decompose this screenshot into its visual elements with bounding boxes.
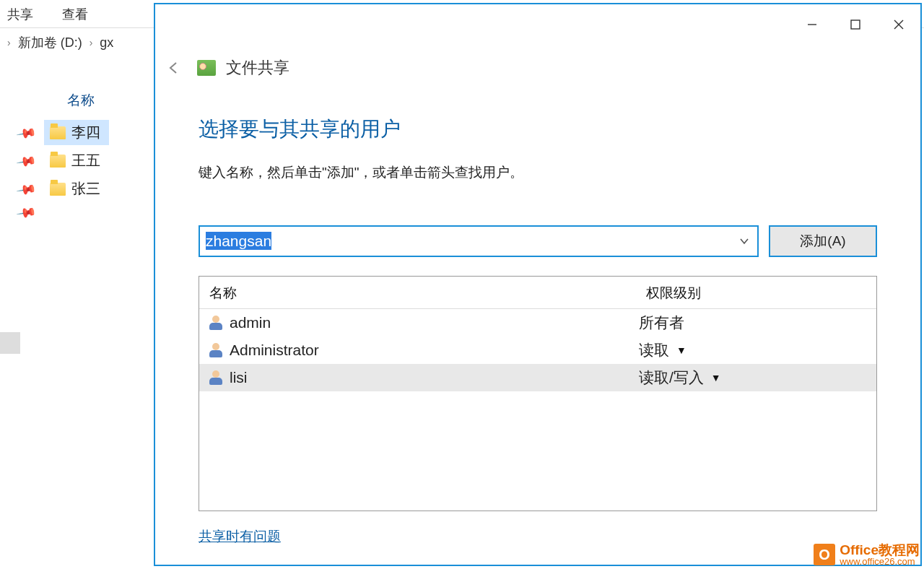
folder-item[interactable]: 李四 xyxy=(44,120,109,145)
dialog-title: 文件共享 xyxy=(226,57,289,79)
file-sharing-icon xyxy=(197,60,216,76)
close-button[interactable] xyxy=(877,9,920,40)
folder-item[interactable]: 王五 xyxy=(44,148,109,173)
pin-icon: 📌 xyxy=(15,149,38,172)
selection-indicator xyxy=(0,332,20,354)
back-button[interactable] xyxy=(161,55,187,81)
explorer-file-list: 名称 📌 李四 📌 王五 📌 张三 📌 xyxy=(18,87,148,223)
table-row[interactable]: Administrator 读取 ▼ xyxy=(199,336,876,364)
help-link[interactable]: 共享时有问题 xyxy=(199,527,281,546)
chevron-right-icon: › xyxy=(90,37,93,48)
table-row[interactable]: lisi 读取/写入 ▼ xyxy=(199,364,876,391)
user-combobox[interactable]: zhangsan xyxy=(199,225,759,257)
watermark-url: www.office26.com xyxy=(840,557,920,566)
column-permission[interactable]: 权限级别 xyxy=(646,284,866,303)
breadcrumb-folder[interactable]: gx xyxy=(100,35,113,51)
folder-icon xyxy=(50,126,66,139)
chevron-down-icon[interactable] xyxy=(731,227,757,256)
column-header-name[interactable]: 名称 xyxy=(67,91,148,110)
titlebar xyxy=(155,4,920,45)
pin-icon: 📌 xyxy=(15,121,38,144)
folder-icon xyxy=(50,155,66,168)
user-icon xyxy=(209,370,222,385)
svg-rect-1 xyxy=(851,20,860,29)
pin-icon: 📌 xyxy=(15,201,38,224)
file-sharing-dialog: 文件共享 选择要与其共享的用户 键入名称，然后单击"添加"，或者单击箭头查找用户… xyxy=(154,3,922,566)
column-name[interactable]: 名称 xyxy=(209,284,646,303)
chevron-down-icon: ▼ xyxy=(711,372,721,383)
user-name: admin xyxy=(230,314,271,331)
add-button[interactable]: 添加(A) xyxy=(769,225,877,257)
chevron-down-icon: ▼ xyxy=(676,344,687,356)
user-input[interactable]: zhangsan xyxy=(200,233,731,250)
user-icon xyxy=(209,316,222,330)
permission-cell: 所有者 xyxy=(639,313,684,333)
folder-icon xyxy=(50,183,66,196)
tab-view[interactable]: 查看 xyxy=(62,6,88,23)
minimize-button[interactable] xyxy=(790,9,834,40)
folder-label: 张三 xyxy=(71,179,100,199)
watermark: O Office教程网 www.office26.com xyxy=(814,543,920,566)
permission-dropdown[interactable]: 读取/写入 ▼ xyxy=(639,368,721,388)
dialog-instruction: 键入名称，然后单击"添加"，或者单击箭头查找用户。 xyxy=(199,163,877,182)
user-name: lisi xyxy=(230,369,248,386)
user-permission-table: 名称 权限级别 admin 所有者 Administrator 读取 xyxy=(199,276,877,511)
dialog-header: 文件共享 xyxy=(155,45,920,81)
user-name: Administrator xyxy=(230,342,319,359)
table-header: 名称 权限级别 xyxy=(199,277,876,309)
breadcrumb-drive[interactable]: 新加卷 (D:) xyxy=(18,34,82,51)
user-icon xyxy=(209,343,222,357)
pin-icon: 📌 xyxy=(15,178,38,200)
tab-share[interactable]: 共享 xyxy=(7,6,33,23)
folder-label: 李四 xyxy=(71,123,100,142)
folder-item[interactable]: 张三 xyxy=(44,176,109,201)
maximize-button[interactable] xyxy=(834,9,877,40)
chevron-right-icon: › xyxy=(7,37,11,48)
watermark-brand: Office教程网 xyxy=(840,543,920,557)
table-row[interactable]: admin 所有者 xyxy=(199,309,876,336)
dialog-heading: 选择要与其共享的用户 xyxy=(199,116,877,143)
permission-dropdown[interactable]: 读取 ▼ xyxy=(639,340,687,360)
folder-label: 王五 xyxy=(71,151,100,170)
watermark-icon: O xyxy=(814,544,835,565)
